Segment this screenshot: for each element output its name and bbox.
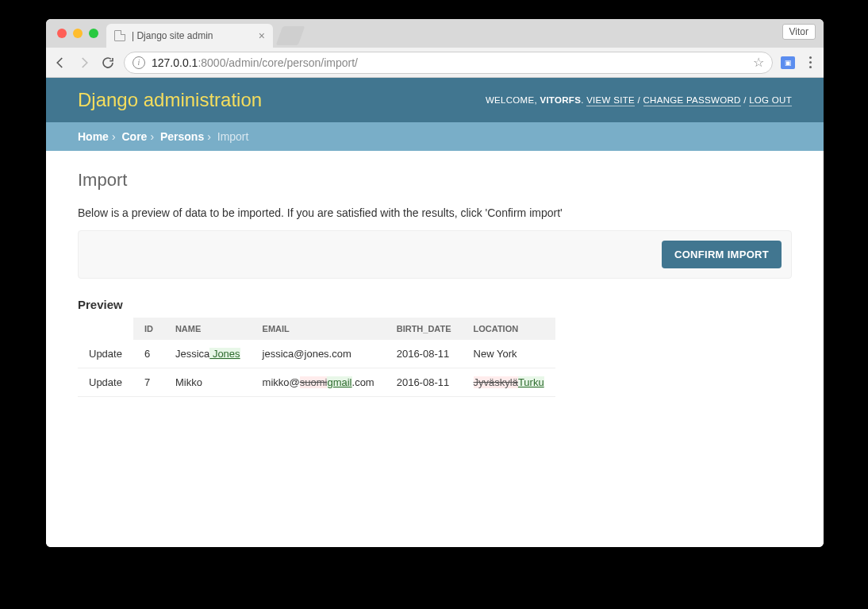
page-title: Import: [78, 170, 792, 191]
maximize-window-icon[interactable]: [89, 29, 98, 38]
cell-location: New York: [463, 340, 555, 368]
page-content: Django administration WELCOME, VITORFS. …: [46, 78, 824, 547]
extension-icon[interactable]: ▣: [781, 56, 795, 69]
submit-row: Confirm import: [78, 230, 792, 279]
preview-table: ID NAME EMAIL BIRTH_DATE LOCATION Update…: [78, 318, 555, 397]
cell-birth-date: 2016-08-11: [386, 340, 463, 368]
breadcrumb-app[interactable]: Core: [121, 130, 147, 143]
cell-action: Update: [78, 368, 133, 397]
col-location: LOCATION: [463, 318, 555, 340]
url-path: :8000/admin/core/person/import/: [198, 56, 358, 69]
col-name: NAME: [164, 318, 252, 340]
breadcrumb-model[interactable]: Persons: [160, 130, 204, 143]
tab-bar: | Django site admin × Vitor: [46, 19, 824, 48]
logout-link[interactable]: LOG OUT: [749, 95, 792, 106]
preview-heading: Preview: [78, 298, 792, 311]
profile-badge[interactable]: Vitor: [782, 24, 816, 40]
cell-location: JyväskyläTurku: [463, 368, 555, 397]
back-button[interactable]: [52, 55, 68, 71]
cell-email: jessica@jones.com: [252, 340, 386, 368]
cell-name: Jessica Jones: [164, 340, 252, 368]
url-host: 127.0.0.1: [152, 56, 198, 69]
breadcrumb: Home› Core› Persons› Import: [46, 122, 824, 151]
change-password-link[interactable]: CHANGE PASSWORD: [643, 95, 741, 106]
browser-window: | Django site admin × Vitor i 127.0.0.1:…: [46, 19, 824, 547]
diff-delete: suomi: [300, 376, 328, 388]
cell-birth-date: 2016-08-11: [386, 368, 463, 397]
diff-insert: gmail: [327, 376, 351, 388]
site-info-icon[interactable]: i: [133, 56, 145, 69]
forward-button[interactable]: [76, 55, 92, 71]
view-site-link[interactable]: VIEW SITE: [586, 95, 635, 106]
col-email: EMAIL: [252, 318, 386, 340]
diff-insert: Turku: [518, 376, 544, 388]
close-window-icon[interactable]: [57, 29, 67, 38]
user-tools: WELCOME, VITORFS. VIEW SITE / CHANGE PAS…: [486, 95, 792, 105]
col-action: [78, 318, 133, 340]
window-controls: [52, 19, 106, 48]
main-content: Import Below is a preview of data to be …: [46, 151, 824, 429]
admin-header: Django administration WELCOME, VITORFS. …: [46, 78, 824, 122]
cell-id: 6: [133, 340, 164, 368]
welcome-text: WELCOME,: [486, 95, 540, 105]
url-text: 127.0.0.1:8000/admin/core/person/import/: [152, 56, 747, 69]
cell-id: 7: [133, 368, 164, 397]
table-row: Update 7 Mikko mikko@suomigmail.com 2016…: [78, 368, 555, 397]
confirm-import-button[interactable]: Confirm import: [662, 241, 782, 268]
username: VITORFS: [540, 95, 581, 105]
browser-tab[interactable]: | Django site admin ×: [106, 24, 273, 48]
tab-title: | Django site admin: [132, 30, 213, 41]
close-tab-icon[interactable]: ×: [259, 29, 265, 42]
diff-insert: Jones: [209, 348, 240, 360]
browser-menu-icon[interactable]: [803, 56, 817, 68]
browser-toolbar: i 127.0.0.1:8000/admin/core/person/impor…: [46, 48, 824, 78]
page-icon: [114, 30, 125, 41]
cell-action: Update: [78, 340, 133, 368]
col-birth-date: BIRTH_DATE: [386, 318, 463, 340]
reload-button[interactable]: [100, 55, 116, 71]
breadcrumb-home[interactable]: Home: [78, 130, 109, 143]
new-tab-button[interactable]: [276, 26, 305, 45]
breadcrumb-current: Import: [217, 130, 249, 143]
minimize-window-icon[interactable]: [73, 29, 83, 38]
help-text: Below is a preview of data to be importe…: [78, 206, 792, 219]
bookmark-star-icon[interactable]: ☆: [753, 55, 764, 70]
diff-delete: Jyväskylä: [474, 376, 518, 388]
site-title: Django administration: [78, 89, 262, 111]
cell-name: Mikko: [164, 368, 252, 397]
col-id: ID: [133, 318, 164, 340]
table-row: Update 6 Jessica Jones jessica@jones.com…: [78, 340, 555, 368]
address-bar[interactable]: i 127.0.0.1:8000/admin/core/person/impor…: [124, 52, 773, 74]
cell-email: mikko@suomigmail.com: [252, 368, 386, 397]
